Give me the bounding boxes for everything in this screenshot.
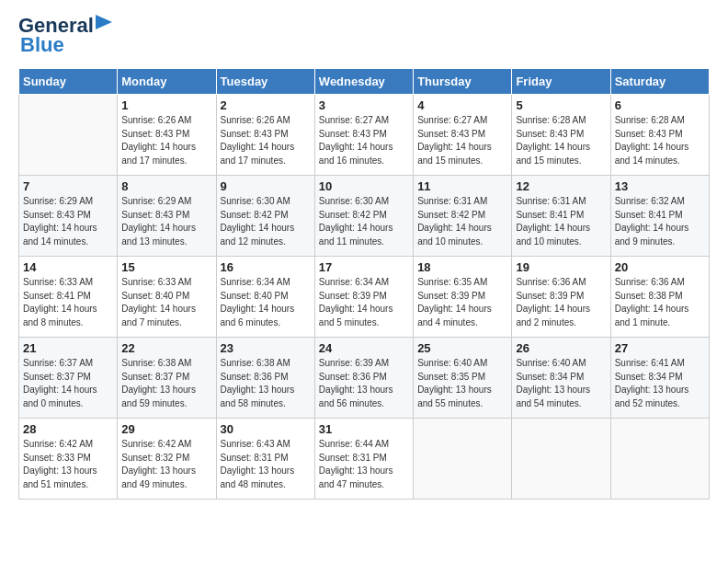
day-number: 17	[319, 260, 409, 274]
calendar-cell: 26Sunrise: 6:40 AMSunset: 8:34 PMDayligh…	[512, 338, 610, 419]
calendar-cell	[19, 95, 118, 176]
day-number: 31	[319, 422, 409, 436]
day-info: Sunrise: 6:33 AMSunset: 8:40 PMDaylight:…	[121, 276, 211, 329]
calendar-cell: 12Sunrise: 6:31 AMSunset: 8:41 PMDayligh…	[512, 176, 610, 257]
day-number: 26	[516, 341, 606, 355]
calendar-cell: 4Sunrise: 6:27 AMSunset: 8:43 PMDaylight…	[414, 95, 512, 176]
calendar-cell	[610, 419, 709, 500]
day-info: Sunrise: 6:29 AMSunset: 8:43 PMDaylight:…	[23, 195, 113, 248]
day-number: 19	[516, 260, 606, 274]
calendar-cell: 6Sunrise: 6:28 AMSunset: 8:43 PMDaylight…	[610, 95, 709, 176]
day-info: Sunrise: 6:26 AMSunset: 8:43 PMDaylight:…	[221, 114, 311, 167]
weekday-header: Monday	[118, 69, 216, 95]
day-info: Sunrise: 6:39 AMSunset: 8:36 PMDaylight:…	[319, 357, 409, 410]
day-info: Sunrise: 6:30 AMSunset: 8:42 PMDaylight:…	[319, 195, 409, 248]
calendar-cell: 24Sunrise: 6:39 AMSunset: 8:36 PMDayligh…	[314, 338, 413, 419]
day-number: 21	[23, 341, 113, 355]
calendar-cell: 20Sunrise: 6:36 AMSunset: 8:38 PMDayligh…	[610, 257, 709, 338]
calendar-cell: 30Sunrise: 6:43 AMSunset: 8:31 PMDayligh…	[216, 419, 314, 500]
page-header: General Blue	[18, 15, 710, 57]
day-number: 2	[221, 98, 311, 112]
day-number: 20	[615, 260, 705, 274]
calendar-cell: 18Sunrise: 6:35 AMSunset: 8:39 PMDayligh…	[414, 257, 512, 338]
weekday-header: Thursday	[414, 69, 512, 95]
calendar-cell: 3Sunrise: 6:27 AMSunset: 8:43 PMDaylight…	[314, 95, 413, 176]
day-number: 29	[121, 422, 211, 436]
calendar-cell: 5Sunrise: 6:28 AMSunset: 8:43 PMDaylight…	[512, 95, 610, 176]
day-info: Sunrise: 6:26 AMSunset: 8:43 PMDaylight:…	[121, 114, 211, 167]
day-info: Sunrise: 6:28 AMSunset: 8:43 PMDaylight:…	[615, 114, 705, 167]
day-number: 10	[319, 179, 409, 193]
day-number: 28	[23, 422, 113, 436]
day-info: Sunrise: 6:42 AMSunset: 8:33 PMDaylight:…	[23, 438, 113, 491]
day-number: 24	[319, 341, 409, 355]
day-number: 11	[417, 179, 507, 193]
day-info: Sunrise: 6:37 AMSunset: 8:37 PMDaylight:…	[23, 357, 113, 410]
day-info: Sunrise: 6:34 AMSunset: 8:39 PMDaylight:…	[319, 276, 409, 329]
day-info: Sunrise: 6:36 AMSunset: 8:38 PMDaylight:…	[615, 276, 705, 329]
day-info: Sunrise: 6:31 AMSunset: 8:41 PMDaylight:…	[516, 195, 606, 248]
day-info: Sunrise: 6:30 AMSunset: 8:42 PMDaylight:…	[221, 195, 311, 248]
day-number: 4	[417, 98, 507, 112]
logo-arrow-icon	[96, 13, 116, 31]
day-number: 14	[23, 260, 113, 274]
day-info: Sunrise: 6:40 AMSunset: 8:35 PMDaylight:…	[417, 357, 507, 410]
day-info: Sunrise: 6:38 AMSunset: 8:37 PMDaylight:…	[121, 357, 211, 410]
day-number: 7	[23, 179, 113, 193]
day-info: Sunrise: 6:34 AMSunset: 8:40 PMDaylight:…	[221, 276, 311, 329]
day-info: Sunrise: 6:31 AMSunset: 8:42 PMDaylight:…	[417, 195, 507, 248]
day-number: 12	[516, 179, 606, 193]
day-info: Sunrise: 6:33 AMSunset: 8:41 PMDaylight:…	[23, 276, 113, 329]
day-info: Sunrise: 6:28 AMSunset: 8:43 PMDaylight:…	[516, 114, 606, 167]
calendar-cell: 27Sunrise: 6:41 AMSunset: 8:34 PMDayligh…	[610, 338, 709, 419]
day-number: 16	[221, 260, 311, 274]
day-number: 15	[121, 260, 211, 274]
day-number: 1	[121, 98, 211, 112]
day-number: 23	[221, 341, 311, 355]
day-info: Sunrise: 6:27 AMSunset: 8:43 PMDaylight:…	[417, 114, 507, 167]
calendar-cell: 21Sunrise: 6:37 AMSunset: 8:37 PMDayligh…	[19, 338, 118, 419]
day-info: Sunrise: 6:42 AMSunset: 8:32 PMDaylight:…	[121, 438, 211, 491]
day-number: 27	[615, 341, 705, 355]
day-info: Sunrise: 6:40 AMSunset: 8:34 PMDaylight:…	[516, 357, 606, 410]
calendar-cell: 28Sunrise: 6:42 AMSunset: 8:33 PMDayligh…	[19, 419, 118, 500]
weekday-header: Tuesday	[216, 69, 314, 95]
day-info: Sunrise: 6:29 AMSunset: 8:43 PMDaylight:…	[121, 195, 211, 248]
calendar-cell	[414, 419, 512, 500]
day-number: 22	[121, 341, 211, 355]
day-info: Sunrise: 6:38 AMSunset: 8:36 PMDaylight:…	[221, 357, 311, 410]
weekday-header: Saturday	[610, 69, 709, 95]
day-number: 25	[417, 341, 507, 355]
weekday-header: Friday	[512, 69, 610, 95]
day-info: Sunrise: 6:44 AMSunset: 8:31 PMDaylight:…	[319, 438, 409, 491]
day-info: Sunrise: 6:35 AMSunset: 8:39 PMDaylight:…	[417, 276, 507, 329]
day-info: Sunrise: 6:43 AMSunset: 8:31 PMDaylight:…	[221, 438, 311, 491]
calendar-cell	[512, 419, 610, 500]
day-info: Sunrise: 6:36 AMSunset: 8:39 PMDaylight:…	[516, 276, 606, 329]
day-number: 9	[221, 179, 311, 193]
day-number: 13	[615, 179, 705, 193]
day-info: Sunrise: 6:32 AMSunset: 8:41 PMDaylight:…	[615, 195, 705, 248]
day-info: Sunrise: 6:41 AMSunset: 8:34 PMDaylight:…	[615, 357, 705, 410]
calendar-cell: 17Sunrise: 6:34 AMSunset: 8:39 PMDayligh…	[314, 257, 413, 338]
calendar-cell: 2Sunrise: 6:26 AMSunset: 8:43 PMDaylight…	[216, 95, 314, 176]
weekday-header: Wednesday	[314, 69, 413, 95]
calendar-cell: 13Sunrise: 6:32 AMSunset: 8:41 PMDayligh…	[610, 176, 709, 257]
calendar-cell: 10Sunrise: 6:30 AMSunset: 8:42 PMDayligh…	[314, 176, 413, 257]
calendar-cell: 31Sunrise: 6:44 AMSunset: 8:31 PMDayligh…	[314, 419, 413, 500]
svg-marker-0	[96, 15, 112, 29]
calendar-cell: 19Sunrise: 6:36 AMSunset: 8:39 PMDayligh…	[512, 257, 610, 338]
logo: General Blue	[18, 15, 116, 57]
calendar-cell: 1Sunrise: 6:26 AMSunset: 8:43 PMDaylight…	[118, 95, 216, 176]
calendar-cell: 9Sunrise: 6:30 AMSunset: 8:42 PMDaylight…	[216, 176, 314, 257]
day-number: 8	[121, 179, 211, 193]
day-info: Sunrise: 6:27 AMSunset: 8:43 PMDaylight:…	[319, 114, 409, 167]
calendar-cell: 15Sunrise: 6:33 AMSunset: 8:40 PMDayligh…	[118, 257, 216, 338]
calendar-cell: 14Sunrise: 6:33 AMSunset: 8:41 PMDayligh…	[19, 257, 118, 338]
calendar-cell: 22Sunrise: 6:38 AMSunset: 8:37 PMDayligh…	[118, 338, 216, 419]
logo-blue: Blue	[20, 33, 64, 57]
day-number: 30	[221, 422, 311, 436]
calendar-cell: 8Sunrise: 6:29 AMSunset: 8:43 PMDaylight…	[118, 176, 216, 257]
calendar-table: SundayMondayTuesdayWednesdayThursdayFrid…	[18, 68, 710, 500]
calendar-cell: 29Sunrise: 6:42 AMSunset: 8:32 PMDayligh…	[118, 419, 216, 500]
